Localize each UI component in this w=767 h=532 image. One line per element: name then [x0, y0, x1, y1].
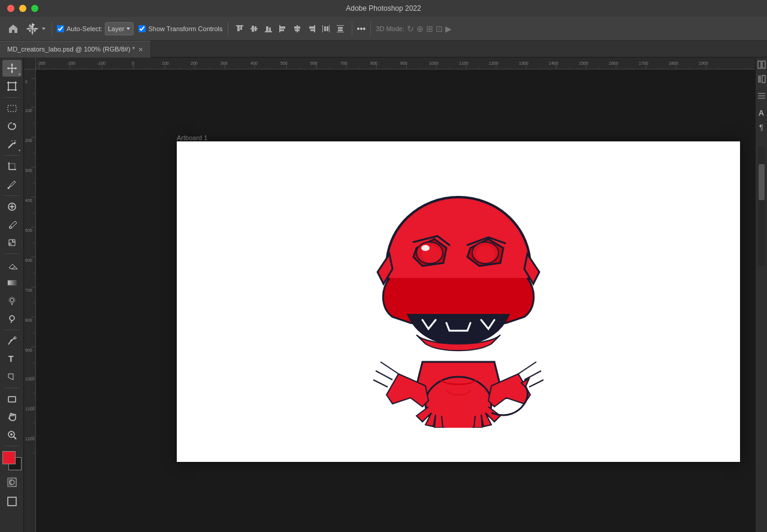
- align-bottom-btn[interactable]: [262, 22, 275, 35]
- svg-text:1500: 1500: [579, 61, 588, 65]
- svg-text:900: 900: [25, 348, 32, 352]
- right-panel-text-btn[interactable]: A: [757, 108, 766, 117]
- svg-rect-208: [762, 75, 765, 83]
- svg-text:300: 300: [221, 61, 228, 65]
- svg-rect-14: [269, 28, 271, 31]
- minimize-button[interactable]: [19, 5, 26, 12]
- distribute-v-btn[interactable]: [334, 22, 347, 35]
- svg-text:0: 0: [25, 80, 28, 84]
- move-tool-btn[interactable]: ▾: [2, 60, 22, 77]
- svg-rect-22: [309, 26, 314, 29]
- 3d-zoom-icon[interactable]: ⊞: [426, 24, 433, 34]
- right-panel-btn-3[interactable]: [757, 91, 766, 101]
- svg-line-63: [15, 267, 17, 269]
- select-tool-btn[interactable]: [2, 100, 22, 117]
- svg-point-204: [440, 386, 476, 428]
- auto-select-label: Auto-Select:: [67, 25, 102, 32]
- svg-point-198: [421, 245, 430, 251]
- svg-rect-74: [8, 397, 16, 402]
- eyedropper-btn[interactable]: [2, 176, 22, 193]
- svg-rect-13: [266, 26, 268, 31]
- svg-text:T: T: [8, 354, 14, 364]
- right-panel-btn-1[interactable]: [757, 60, 766, 69]
- app-title: Adobe Photoshop 2022: [346, 4, 421, 13]
- svg-rect-26: [324, 26, 326, 31]
- pen-tool-btn[interactable]: [2, 332, 22, 349]
- align-left-btn[interactable]: [276, 22, 289, 35]
- svg-text:1000: 1000: [429, 61, 439, 65]
- svg-rect-11: [255, 26, 256, 31]
- brush-tool-btn[interactable]: [2, 216, 22, 233]
- quick-mask-btn[interactable]: [2, 474, 22, 491]
- svg-point-200: [476, 246, 495, 262]
- svg-rect-29: [337, 32, 344, 32]
- svg-rect-20: [295, 29, 300, 31]
- svg-rect-7: [237, 26, 240, 31]
- svg-text:-200: -200: [67, 61, 76, 65]
- toolbar-sep-3: [352, 22, 352, 36]
- maximize-button[interactable]: [31, 5, 38, 12]
- artboard-tool-btn[interactable]: [2, 78, 22, 95]
- svg-rect-27: [327, 26, 328, 31]
- transform-controls-group: Show Transform Controls: [138, 25, 222, 32]
- type-tool-btn[interactable]: T: [2, 350, 22, 367]
- gradient-tool-btn[interactable]: [2, 274, 22, 291]
- lasso-tool-btn[interactable]: [2, 118, 22, 135]
- 3d-rotate-icon[interactable]: ↻: [407, 24, 414, 34]
- svg-rect-65: [8, 280, 16, 285]
- right-panel-btn-2[interactable]: [757, 74, 766, 84]
- svg-text:800: 800: [25, 318, 32, 322]
- svg-text:1300: 1300: [519, 61, 529, 65]
- magic-wand-btn[interactable]: ▾: [2, 136, 22, 153]
- crop-tool-btn[interactable]: [2, 158, 22, 175]
- align-hcenter-btn[interactable]: [291, 22, 304, 35]
- align-right-btn[interactable]: [305, 22, 318, 35]
- svg-text:-300: -300: [37, 61, 46, 65]
- tab-close-button[interactable]: ×: [138, 45, 143, 54]
- color-swatches[interactable]: [2, 451, 22, 470]
- right-panel-para-btn[interactable]: ¶: [757, 122, 766, 132]
- change-screen-mode-btn[interactable]: [2, 493, 22, 510]
- svg-text:1100: 1100: [459, 61, 469, 65]
- auto-select-checkbox[interactable]: [57, 25, 64, 32]
- svg-rect-6: [236, 25, 243, 26]
- zoom-tool-btn[interactable]: [2, 427, 22, 443]
- close-button[interactable]: [7, 5, 14, 12]
- blur-tool-btn[interactable]: [2, 292, 22, 309]
- distribute-h-btn[interactable]: [319, 22, 333, 35]
- path-selection-btn[interactable]: [2, 368, 22, 385]
- hand-tool-btn[interactable]: [2, 409, 22, 425]
- 3d-camera-icon[interactable]: ⊡: [436, 24, 443, 34]
- dodge-tool-btn[interactable]: [2, 310, 22, 327]
- foreground-color[interactable]: [2, 451, 16, 464]
- svg-rect-36: [8, 83, 16, 90]
- canvas-scroll[interactable]: Artboard 1: [36, 69, 755, 532]
- show-transform-checkbox[interactable]: [138, 25, 146, 32]
- home-button[interactable]: [5, 20, 22, 37]
- more-options-button[interactable]: •••: [357, 24, 366, 34]
- 3d-pan-icon[interactable]: ⊕: [416, 24, 424, 34]
- svg-text:600: 600: [310, 61, 318, 65]
- right-scrollbar[interactable]: [758, 146, 765, 266]
- healing-brush-btn[interactable]: [2, 198, 22, 215]
- svg-text:400: 400: [25, 198, 32, 202]
- svg-text:200: 200: [191, 61, 198, 65]
- align-top-btn[interactable]: [233, 22, 246, 35]
- 3d-video-icon[interactable]: ▶: [445, 24, 452, 34]
- svg-text:-100: -100: [97, 61, 105, 65]
- align-vcenter-btn[interactable]: [247, 22, 261, 35]
- clone-stamp-btn[interactable]: [2, 234, 22, 251]
- tool-sep-1: [5, 97, 19, 98]
- svg-rect-24: [322, 25, 323, 32]
- svg-text:500: 500: [280, 61, 288, 65]
- svg-marker-3: [35, 28, 37, 30]
- svg-rect-10: [252, 26, 254, 32]
- artboard: [177, 141, 740, 462]
- document-tab[interactable]: MD_creators_labo.psd @ 100% (RGB/8#) * ×: [0, 41, 151, 58]
- artwork-container: [345, 176, 572, 428]
- svg-point-67: [10, 298, 14, 302]
- layer-dropdown[interactable]: Layer: [105, 22, 134, 35]
- svg-marker-1: [31, 32, 34, 34]
- eraser-tool-btn[interactable]: [2, 256, 22, 273]
- shape-tool-btn[interactable]: [2, 391, 22, 407]
